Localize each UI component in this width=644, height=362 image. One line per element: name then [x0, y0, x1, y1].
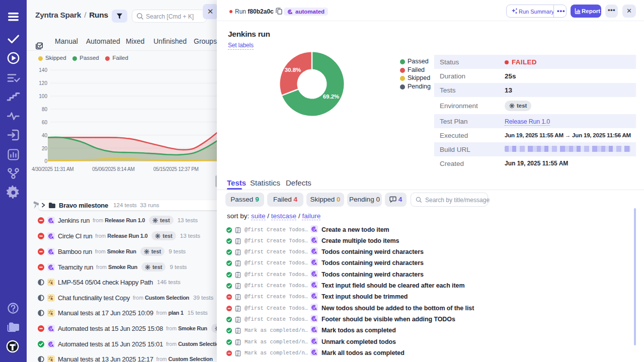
svg-text:20: 20 — [42, 146, 48, 151]
svg-text:4/30/2025 11:31 AM: 4/30/2025 11:31 AM — [32, 166, 73, 172]
svg-text:120: 120 — [39, 80, 47, 86]
svg-text:140: 140 — [39, 67, 47, 73]
svg-text:100: 100 — [39, 94, 47, 99]
svg-text:80: 80 — [42, 107, 48, 112]
svg-text:60: 60 — [42, 120, 48, 125]
svg-text:0: 0 — [44, 158, 47, 164]
svg-text:40: 40 — [42, 133, 48, 138]
svg-text:30.8%: 30.8% — [285, 67, 301, 73]
svg-text:05/15/2025 12:37 PM: 05/15/2025 12:37 PM — [153, 166, 199, 172]
svg-text:05/06/2025 8:14 AM: 05/06/2025 8:14 AM — [92, 166, 134, 172]
svg-text:69.2%: 69.2% — [323, 94, 340, 100]
